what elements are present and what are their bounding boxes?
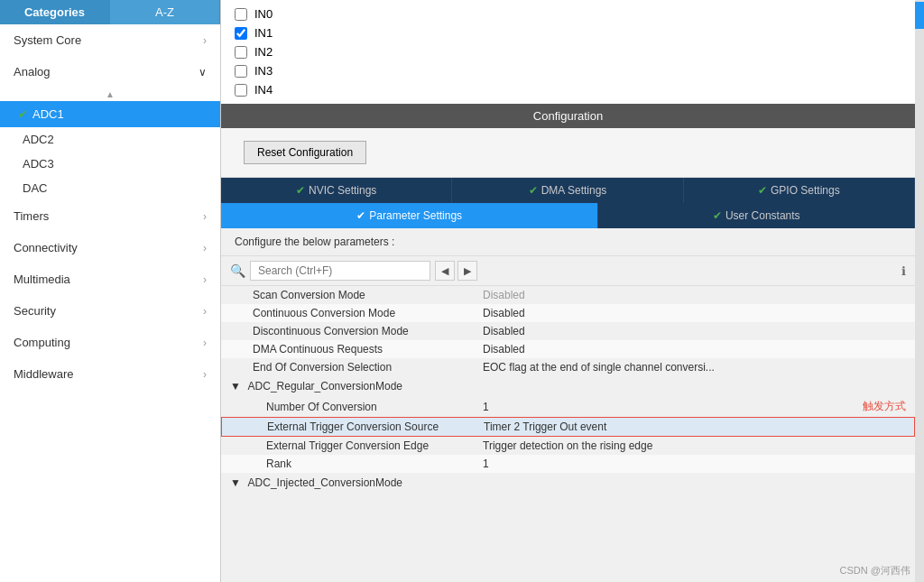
param-name: End Of Conversion Selection (230, 361, 483, 374)
chevron-right-icon: › (203, 242, 207, 254)
watermark: CSDN @河西伟 (840, 564, 910, 577)
tabs-row-2: ✔ Parameter Settings ✔ User Constants (221, 203, 915, 228)
sidebar-item-system-core[interactable]: System Core › (0, 24, 220, 56)
param-name: DMA Continuous Requests (230, 343, 483, 356)
param-row-eoc: End Of Conversion Selection EOC flag at … (221, 358, 915, 376)
chevron-down-icon: ▼ (230, 380, 241, 393)
sidebar-item-computing[interactable]: Computing › (0, 327, 220, 358)
sidebar-item-label: Timers (14, 209, 49, 223)
checkbox-in2[interactable] (235, 46, 247, 59)
checkbox-label-in3: IN3 (254, 64, 273, 78)
checkbox-row-in2: IN2 (235, 42, 901, 61)
sidebar-item-middleware[interactable]: Middleware › (0, 358, 220, 390)
tab-label: GPIO Settings (771, 184, 840, 197)
section-label: ADC_Regular_ConversionMode (248, 380, 402, 393)
check-icon: ✔ (296, 184, 305, 197)
chevron-right-icon: › (203, 210, 207, 223)
check-icon: ✔ (356, 209, 365, 222)
checkbox-row-in0: IN0 (235, 5, 901, 23)
sidebar-item-label: Computing (14, 336, 70, 349)
param-row-scan: Scan Conversion Mode Disabled (221, 286, 915, 304)
sidebar-item-adc2[interactable]: ADC2 (0, 127, 220, 152)
param-row-dma: DMA Continuous Requests Disabled (221, 340, 915, 358)
chevron-right-icon: › (203, 34, 207, 47)
sidebar-item-timers[interactable]: Timers › (0, 200, 220, 232)
sidebar-item-connectivity[interactable]: Connectivity › (0, 232, 220, 263)
chevron-right-icon: › (203, 273, 207, 286)
param-value: 1 (483, 401, 855, 413)
section-injected[interactable]: ▼ ADC_Injected_ConversionMode (221, 473, 915, 493)
chevron-right-icon: › (203, 337, 207, 349)
sidebar-item-dac[interactable]: DAC (0, 176, 220, 200)
tab-a-z[interactable]: A-Z (110, 0, 220, 24)
search-input[interactable] (250, 261, 430, 281)
chevron-right-icon: › (203, 368, 207, 381)
checkbox-in3[interactable] (235, 65, 247, 78)
sidebar-item-adc1[interactable]: ✔ ADC1 (0, 101, 220, 127)
configure-text: Configure the below parameters : (221, 228, 915, 256)
sidebar-item-analog[interactable]: Analog ∨ (0, 56, 220, 88)
sidebar-item-adc3[interactable]: ADC3 (0, 152, 220, 176)
chevron-down-icon: ▼ (230, 476, 241, 489)
param-value: Trigger detection on the rising edge (483, 439, 906, 452)
param-name: External Trigger Conversion Source (231, 420, 484, 433)
sidebar-item-label: Middleware (14, 367, 73, 381)
scrollbar-thumb[interactable] (915, 2, 924, 29)
search-next-button[interactable]: ▶ (457, 261, 477, 281)
info-icon: ℹ (901, 264, 906, 278)
sidebar-content: System Core › Analog ∨ ▲ ✔ ADC1 ADC2 ADC… (0, 24, 220, 582)
section-label: ADC_Injected_ConversionMode (248, 476, 402, 489)
main-content: IN0 IN1 IN2 IN3 IN4 (221, 0, 915, 582)
checkbox-row-in4: IN4 (235, 80, 901, 99)
param-row-number-conversion: Number Of Conversion 1 触发方式 (221, 396, 915, 417)
param-annotation: 触发方式 (863, 399, 906, 414)
tabs-row-1: ✔ NVIC Settings ✔ DMA Settings ✔ GPIO Se… (221, 178, 915, 203)
sidebar-item-label: Security (14, 304, 56, 318)
search-navigation: ◀ ▶ (435, 261, 477, 281)
tab-label: Parameter Settings (369, 209, 462, 222)
reset-config-button[interactable]: Reset Configuration (244, 141, 366, 164)
sidebar: Categories A-Z System Core › Analog ∨ ▲ … (0, 0, 221, 582)
checkbox-label-in1: IN1 (254, 26, 273, 40)
config-header: Configuration (221, 104, 915, 128)
check-icon: ✔ (529, 184, 538, 197)
tab-user-constants[interactable]: ✔ User Constants (598, 203, 915, 228)
tab-parameter-settings[interactable]: ✔ Parameter Settings (221, 203, 598, 228)
vertical-scrollbar[interactable] (915, 0, 924, 582)
param-value: Disabled (483, 325, 906, 337)
sidebar-tab-bar: Categories A-Z (0, 0, 220, 24)
param-value: Timer 2 Trigger Out event (484, 420, 905, 433)
tab-categories[interactable]: Categories (0, 0, 110, 24)
tab-label: User Constants (725, 209, 800, 222)
checkbox-in1[interactable] (235, 27, 247, 40)
checkbox-label-in0: IN0 (254, 7, 273, 21)
chevron-right-icon: › (203, 305, 207, 318)
param-name: Rank (248, 457, 483, 470)
check-icon: ✔ (18, 107, 28, 121)
tab-dma-settings[interactable]: ✔ DMA Settings (452, 178, 683, 203)
checkbox-label-in2: IN2 (254, 45, 273, 59)
param-value: EOC flag at the end of single channel co… (483, 361, 906, 374)
tab-gpio-settings[interactable]: ✔ GPIO Settings (684, 178, 915, 203)
param-value: 1 (483, 457, 906, 470)
sidebar-item-label: Multimedia (14, 273, 70, 286)
sidebar-item-multimedia[interactable]: Multimedia › (0, 263, 220, 295)
tab-label: NVIC Settings (309, 184, 376, 197)
param-row-discontinuous: Discontinuous Conversion Mode Disabled (221, 322, 915, 340)
checkbox-in4[interactable] (235, 84, 247, 97)
checkbox-label-in4: IN4 (254, 83, 273, 97)
section-regular[interactable]: ▼ ADC_Regular_ConversionMode (221, 376, 915, 396)
sidebar-item-label: System Core (14, 33, 81, 47)
sidebar-item-security[interactable]: Security › (0, 295, 220, 327)
checkbox-area: IN0 IN1 IN2 IN3 IN4 (221, 0, 915, 104)
sidebar-item-label: Connectivity (14, 241, 78, 254)
chevron-down-icon: ∨ (199, 66, 207, 79)
sidebar-item-label: Analog (14, 65, 50, 79)
tab-nvic-settings[interactable]: ✔ NVIC Settings (221, 178, 452, 203)
param-row-trigger-source[interactable]: External Trigger Conversion Source Timer… (221, 417, 915, 437)
check-icon: ✔ (713, 209, 722, 222)
search-prev-button[interactable]: ◀ (435, 261, 455, 281)
tab-label: DMA Settings (541, 184, 607, 197)
checkbox-in0[interactable] (235, 8, 247, 21)
param-value: Disabled (483, 343, 906, 356)
